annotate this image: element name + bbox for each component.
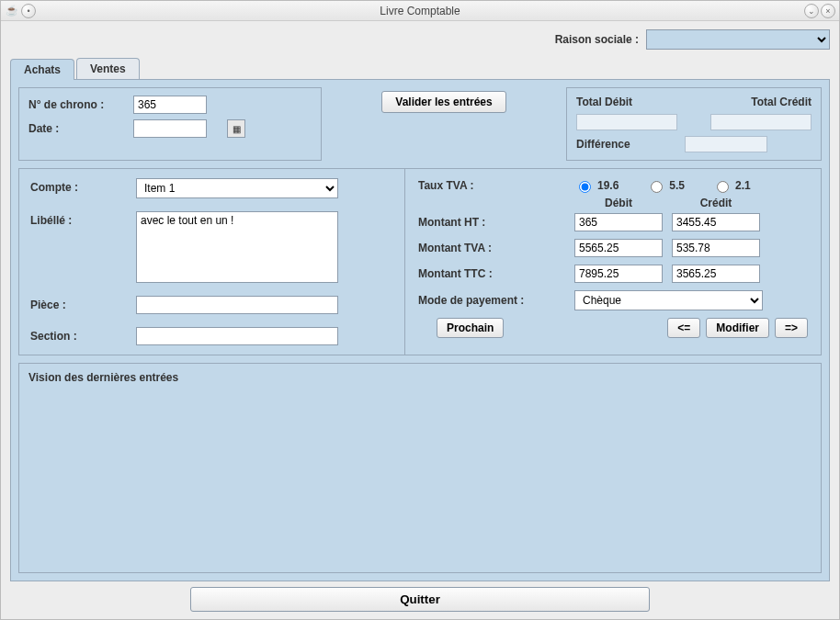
titlebar: ☕ • Livre Comptable ⌄ × [1, 1, 839, 21]
tab-strip: Achats Ventes [10, 58, 830, 79]
tab-content-achats: N° de chrono : Date : ▦ Valider les entr… [10, 79, 830, 581]
credit-column-head: Crédit [672, 197, 760, 209]
compte-select[interactable]: Item 1 [136, 178, 338, 198]
minimize-icon[interactable]: ⌄ [804, 4, 819, 18]
vision-label: Vision des dernières entrées [28, 371, 812, 384]
total-credit-value [710, 114, 812, 130]
ht-credit-input[interactable] [672, 213, 760, 231]
tva-21-radio[interactable]: 2.1 [712, 178, 751, 193]
total-debit-value [576, 114, 677, 130]
tab-ventes[interactable]: Ventes [76, 58, 140, 79]
tva-55-radio[interactable]: 5.5 [646, 178, 685, 193]
chrono-panel: N° de chrono : Date : ▦ [18, 87, 322, 161]
section-label: Section : [30, 327, 136, 343]
validate-wrap: Valider les entrées [329, 87, 559, 161]
date-label: Date : [28, 122, 130, 135]
java-icon: ☕ [5, 4, 19, 18]
ttc-credit-input[interactable] [672, 265, 760, 283]
prev-button[interactable]: <= [667, 318, 700, 338]
payment-mode-select[interactable]: Chèque [574, 290, 763, 310]
piece-input[interactable] [136, 296, 338, 314]
chrono-num-label: N° de chrono : [28, 98, 130, 111]
tva-radio-group: 19.6 5.5 2.1 [574, 178, 751, 193]
montant-tva-label: Montant TVA : [418, 242, 565, 254]
difference-label: Différence [576, 138, 677, 151]
total-credit-label: Total Crédit [685, 96, 812, 108]
left-detail-panel: Compte : Item 1 Libéllé : avec le tout e… [18, 168, 404, 355]
montant-ht-label: Montant HT : [418, 216, 565, 229]
next-button[interactable]: => [775, 318, 808, 338]
close-icon[interactable]: × [821, 4, 835, 18]
raison-sociale-select[interactable] [646, 29, 830, 50]
libelle-textarea[interactable]: avec le tout en un ! [136, 211, 338, 283]
header-row: Raison sociale : [10, 27, 830, 52]
compte-label: Compte : [30, 178, 136, 194]
right-detail-panel: Taux TVA : 19.6 5.5 2.1 Débit Crédit [405, 168, 822, 355]
chrono-num-input[interactable] [133, 96, 207, 114]
valider-button[interactable]: Valider les entrées [381, 91, 505, 113]
modifier-button[interactable]: Modifier [706, 318, 769, 338]
tva-rate-label: Taux TVA : [418, 179, 565, 192]
top-panels-row: N° de chrono : Date : ▦ Valider les entr… [18, 87, 822, 161]
ht-debit-input[interactable] [574, 213, 663, 231]
tab-achats[interactable]: Achats [10, 59, 74, 80]
app-body: Raison sociale : Achats Ventes N° de chr… [1, 21, 839, 619]
total-debit-label: Total Débit [576, 96, 677, 108]
totals-panel: Total Débit Total Crédit Différence [566, 87, 822, 161]
montant-ttc-label: Montant TTC : [418, 267, 565, 280]
payment-mode-label: Mode de payement : [418, 294, 565, 307]
window-title: Livre Comptable [1, 5, 839, 17]
prochain-button[interactable]: Prochain [437, 318, 504, 338]
piece-label: Pièce : [30, 296, 136, 311]
tva-196-radio[interactable]: 19.6 [574, 178, 619, 193]
calendar-icon[interactable]: ▦ [227, 119, 245, 138]
difference-value [685, 136, 767, 152]
ttc-debit-input[interactable] [574, 265, 663, 283]
vision-panel: Vision des dernières entrées [18, 363, 822, 573]
quit-row: Quitter [10, 581, 830, 612]
date-input[interactable] [133, 119, 207, 138]
detail-panels-row: Compte : Item 1 Libéllé : avec le tout e… [18, 168, 822, 355]
libelle-label: Libéllé : [30, 211, 136, 227]
titlebar-menu-icon[interactable]: • [21, 4, 36, 18]
section-input[interactable] [136, 327, 338, 345]
tva-credit-input[interactable] [672, 239, 760, 257]
raison-sociale-label: Raison sociale : [555, 33, 639, 46]
app-window: ☕ • Livre Comptable ⌄ × Raison sociale :… [0, 0, 840, 620]
debit-column-head: Débit [574, 197, 663, 209]
tva-debit-input[interactable] [574, 239, 663, 257]
quitter-button[interactable]: Quitter [190, 587, 650, 612]
